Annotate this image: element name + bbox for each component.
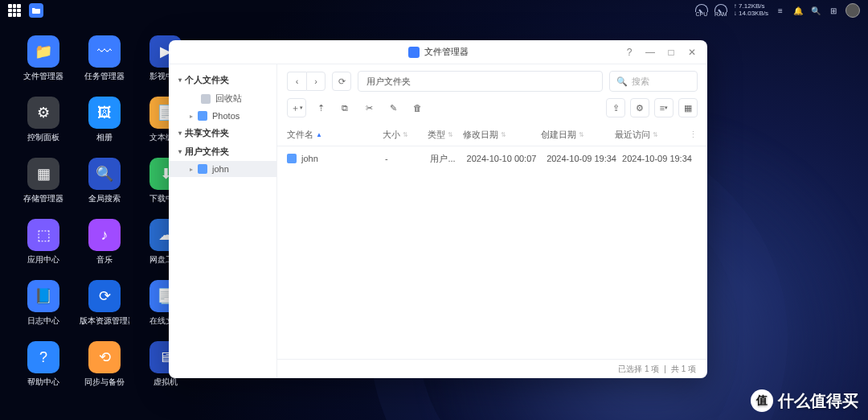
upload-button[interactable]: ⇡ [311, 98, 330, 117]
nav-forward-button[interactable]: › [306, 72, 326, 91]
system-topbar: CPU RAM ↑ 7.12KB/s ↓ 14.03KB/s ≡ 🔔 🔍 ⊞ [0, 0, 868, 21]
column-accessed[interactable]: 最近访问⇅ [615, 129, 689, 141]
app-label: 存储管理器 [23, 193, 63, 204]
minimize-button[interactable]: — [641, 43, 659, 61]
desktop-icon[interactable]: 📁文件管理器 [18, 35, 69, 95]
app-label: 全局搜索 [88, 193, 121, 204]
main-panel: ‹› ⟳ 用户文件夹 🔍搜索 ＋▾ ⇡ ⧉ ✂ ✎ 🗑 ⇪ ⚙ ≡▾ [277, 64, 707, 378]
chevron-down-icon: ▾ [178, 148, 182, 155]
close-button[interactable]: ✕ [683, 43, 701, 61]
column-more-icon[interactable]: ⋮ [689, 130, 698, 140]
file-size: - [385, 154, 430, 163]
settings-button[interactable]: ⚙ [630, 98, 649, 117]
sidebar-item[interactable]: ▸Photos [169, 108, 276, 124]
column-size[interactable]: 大小⇅ [383, 129, 427, 141]
search-icon: 🔍 [616, 76, 628, 87]
section-label: 个人文件夹 [185, 74, 229, 86]
sidebar-section-header[interactable]: ▾共享文件夹 [169, 124, 276, 142]
menu-icon[interactable]: ≡ [775, 5, 786, 16]
user-avatar[interactable] [845, 3, 860, 18]
file-type: 用户... [430, 153, 466, 165]
app-label: 应用中心 [27, 254, 59, 266]
watermark-text: 什么值得买 [778, 390, 858, 412]
folder-icon [198, 164, 207, 174]
status-selected: 已选择 1 项 [618, 364, 659, 375]
window-title: 文件管理器 [424, 46, 469, 58]
desktop-icon[interactable]: 〰任务管理器 [79, 35, 130, 95]
status-bar: 已选择 1 项 | 共 1 项 [277, 359, 707, 378]
app-label: 任务管理器 [84, 71, 125, 82]
desktop-icon[interactable]: ⬚应用中心 [18, 219, 69, 278]
new-button[interactable]: ＋▾ [287, 98, 306, 117]
cut-button[interactable]: ✂ [359, 98, 379, 117]
column-created[interactable]: 创建日期⇅ [541, 129, 615, 141]
sort-button[interactable]: ≡▾ [654, 98, 674, 117]
app-icon: ♪ [88, 219, 121, 251]
table-header: 文件名▲ 大小⇅ 类型⇅ 修改日期⇅ 创建日期⇅ 最近访问⇅ ⋮ [277, 124, 707, 146]
app-icon: ⟳ [88, 280, 121, 312]
help-button[interactable]: ? [620, 43, 638, 61]
desktop-icon[interactable]: ⚙控制面板 [18, 97, 69, 156]
app-label: 文件管理器 [23, 71, 63, 82]
desktop-icon[interactable]: ▦存储管理器 [18, 158, 69, 217]
sidebar-item[interactable]: 回收站 [169, 89, 276, 108]
copy-button[interactable]: ⧉ [335, 98, 354, 117]
table-row[interactable]: john - 用户... 2024-10-10 00:07 2024-10-09… [277, 146, 707, 171]
app-icon: ⟲ [88, 341, 121, 373]
column-name[interactable]: 文件名▲ [287, 129, 383, 141]
desktop-icon[interactable]: ♪音乐 [79, 219, 130, 278]
breadcrumb[interactable]: 用户文件夹 [358, 71, 603, 92]
nav-back-button[interactable]: ‹ [287, 72, 306, 91]
desktop-icon[interactable]: 🔍全局搜索 [79, 158, 130, 217]
view-button[interactable]: ▦ [678, 98, 698, 117]
app-label: 版本资源管理器 [80, 315, 129, 327]
app-icon: 🔍 [88, 158, 121, 190]
app-label: 同步与备份 [84, 377, 125, 388]
file-created: 2024-10-09 19:34 [547, 154, 622, 163]
sidebar-section-header[interactable]: ▾用户文件夹 [169, 142, 276, 161]
app-label: 日志中心 [27, 315, 59, 327]
widget-icon[interactable]: ⊞ [828, 5, 839, 16]
app-grid-button[interactable] [8, 4, 21, 17]
app-icon: 〰 [88, 35, 121, 68]
sidebar-item-label: 回收站 [215, 93, 242, 105]
window-titlebar[interactable]: 文件管理器 ? — □ ✕ [169, 40, 707, 64]
app-label: 音乐 [96, 254, 113, 266]
share-button[interactable]: ⇪ [606, 98, 625, 117]
search-input[interactable]: 🔍搜索 [609, 71, 698, 92]
refresh-button[interactable]: ⟳ [332, 72, 351, 91]
desktop-icon[interactable]: 🖼相册 [79, 97, 130, 156]
search-icon[interactable]: 🔍 [810, 5, 821, 16]
desktop-icon[interactable]: ⟳版本资源管理器 [79, 280, 130, 340]
caret-right-icon: ▸ [190, 113, 193, 120]
file-accessed: 2024-10-09 19:34 [622, 154, 698, 163]
folder-icon [408, 47, 420, 58]
app-icon: 🖼 [88, 97, 121, 129]
app-label: 虚拟机 [154, 377, 178, 388]
desktop-icon[interactable]: 📘日志中心 [18, 280, 69, 340]
folder-icon [287, 154, 297, 163]
app-icon: 📁 [27, 35, 59, 68]
watermark: 值 什么值得买 [751, 389, 858, 412]
sidebar-section-header[interactable]: ▾个人文件夹 [169, 71, 276, 89]
cpu-gauge[interactable]: CPU [695, 4, 708, 17]
column-type[interactable]: 类型⇅ [428, 129, 463, 141]
section-label: 用户文件夹 [185, 146, 229, 158]
delete-button[interactable]: 🗑 [407, 98, 427, 117]
rename-button[interactable]: ✎ [383, 98, 403, 117]
desktop-icon[interactable]: ⟲同步与备份 [79, 341, 130, 401]
column-modified[interactable]: 修改日期⇅ [463, 129, 541, 141]
folder-icon [201, 94, 211, 104]
desktop-icon[interactable]: ?帮助中心 [18, 341, 69, 401]
sidebar-item[interactable]: ▸john [169, 161, 276, 177]
watermark-badge: 值 [751, 389, 773, 412]
ram-gauge[interactable]: RAM [714, 4, 727, 17]
file-manager-window: 文件管理器 ? — □ ✕ ▾个人文件夹回收站▸Photos▾共享文件夹▾用户文… [169, 40, 707, 378]
app-icon: 📘 [27, 280, 59, 312]
caret-right-icon: ▸ [190, 166, 193, 173]
taskbar-file-manager[interactable] [29, 3, 43, 18]
maximize-button[interactable]: □ [662, 43, 680, 61]
notifications-icon[interactable]: 🔔 [792, 5, 804, 16]
section-label: 共享文件夹 [185, 127, 229, 139]
file-modified: 2024-10-10 00:07 [467, 154, 547, 163]
